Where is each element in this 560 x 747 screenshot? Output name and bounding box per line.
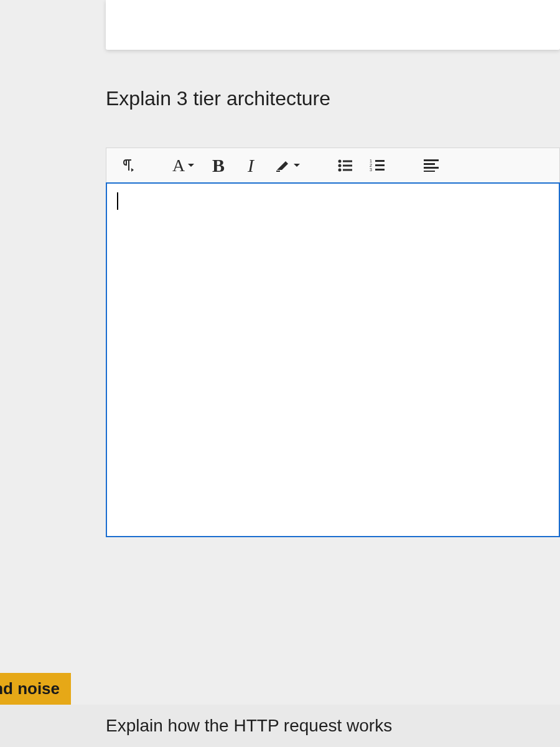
svg-point-4 [338, 168, 342, 171]
background-noise-banner[interactable]: ackground noise [0, 673, 71, 705]
paragraph-direction-button[interactable] [111, 152, 144, 179]
svg-rect-15 [424, 171, 435, 172]
highlight-button[interactable] [267, 152, 308, 179]
highlighter-icon [274, 159, 291, 172]
question-side-info: d 50 [0, 87, 106, 161]
svg-rect-14 [424, 167, 439, 169]
align-icon [424, 159, 439, 172]
svg-rect-7 [375, 160, 385, 162]
svg-text:1: 1 [370, 159, 372, 163]
svg-rect-5 [343, 169, 352, 171]
bottom-region: ackground noise vered Explain how the HT… [0, 673, 560, 747]
chevron-down-icon [293, 163, 301, 168]
svg-rect-9 [375, 164, 385, 166]
next-question-title: Explain how the HTTP request works [106, 716, 392, 736]
editor-toolbar: A B I [106, 148, 560, 182]
bold-label: B [212, 155, 225, 176]
svg-rect-1 [343, 160, 352, 162]
next-question-strip: vered Explain how the HTTP request works [0, 705, 560, 747]
italic-button[interactable]: I [235, 152, 267, 179]
status-fragment: vered [0, 716, 106, 736]
side-text-fragment: d [0, 105, 106, 125]
svg-rect-3 [343, 164, 352, 166]
numbered-list-icon: 1 2 3 [370, 159, 386, 172]
italic-label: I [248, 155, 254, 176]
bullet-list-icon [337, 159, 353, 172]
bold-button[interactable]: B [202, 152, 235, 179]
svg-text:3: 3 [370, 167, 372, 172]
font-color-button[interactable]: A [165, 152, 202, 179]
svg-rect-11 [375, 169, 385, 171]
chevron-down-icon [187, 163, 195, 168]
answer-editor[interactable] [106, 182, 560, 537]
points-value: 50 [0, 141, 106, 161]
numbered-list-button[interactable]: 1 2 3 [362, 152, 394, 179]
question-block: d 50 Explain 3 tier architecture A [0, 87, 560, 537]
previous-question-card [106, 0, 560, 50]
svg-rect-12 [424, 159, 439, 161]
banner-text: ackground noise [0, 679, 60, 698]
svg-point-2 [338, 164, 342, 167]
font-color-label: A [172, 156, 185, 176]
align-button[interactable] [415, 152, 447, 179]
text-caret [117, 192, 118, 210]
bullet-list-button[interactable] [329, 152, 362, 179]
svg-text:2: 2 [370, 163, 372, 167]
svg-point-0 [338, 159, 342, 162]
question-main: Explain 3 tier architecture A B [106, 87, 560, 537]
svg-rect-13 [424, 163, 435, 165]
question-title: Explain 3 tier architecture [106, 87, 560, 110]
